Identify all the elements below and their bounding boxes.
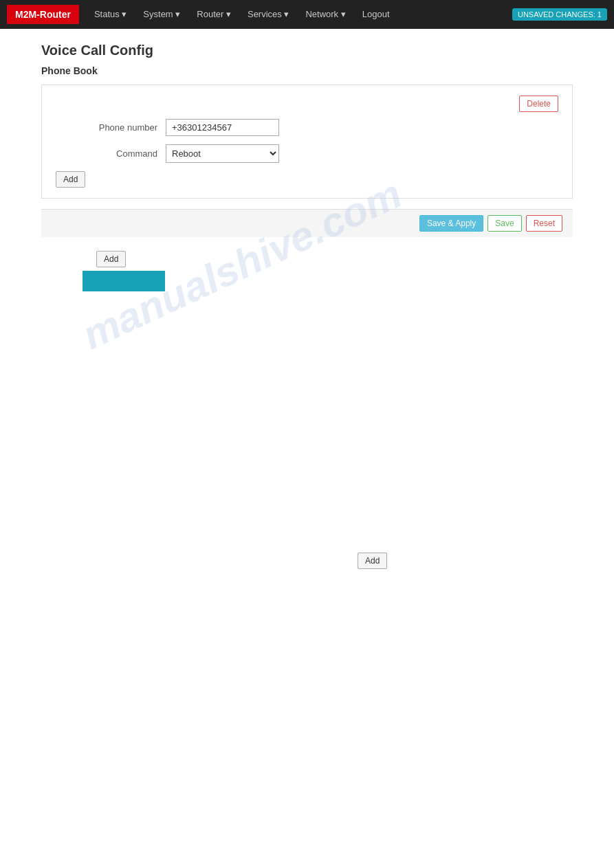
nav-services[interactable]: Services ▾ bbox=[239, 0, 297, 29]
nav-system[interactable]: System ▾ bbox=[135, 0, 188, 29]
add-btn-row: Add bbox=[56, 171, 558, 188]
nav-router[interactable]: Router ▾ bbox=[188, 0, 239, 29]
command-label: Command bbox=[56, 148, 166, 159]
phone-book-form-section: Delete Phone number Command Reboot Resta… bbox=[41, 85, 573, 199]
reset-button[interactable]: Reset bbox=[526, 215, 562, 232]
nav-status[interactable]: Status ▾ bbox=[86, 0, 135, 29]
delete-btn-row: Delete bbox=[56, 96, 558, 112]
third-add-area: Add bbox=[358, 553, 614, 569]
phone-number-label: Phone number bbox=[56, 122, 166, 133]
unsaved-changes-badge: UNSAVED CHANGES: 1 bbox=[512, 8, 607, 21]
navbar: M2M-Router Status ▾ System ▾ Router ▾ Se… bbox=[0, 0, 614, 29]
command-select[interactable]: Reboot Restart Shutdown bbox=[166, 144, 279, 163]
delete-button[interactable]: Delete bbox=[519, 96, 558, 112]
blue-bar bbox=[83, 271, 165, 291]
phone-number-row: Phone number bbox=[56, 119, 558, 136]
add-button[interactable]: Add bbox=[56, 171, 85, 188]
section-title: Phone Book bbox=[41, 65, 573, 76]
brand-logo[interactable]: M2M-Router bbox=[7, 5, 79, 24]
third-add-button[interactable]: Add bbox=[358, 553, 387, 569]
second-add-area: Add bbox=[41, 251, 573, 267]
nav-menu: Status ▾ System ▾ Router ▾ Services ▾ Ne… bbox=[86, 0, 512, 29]
second-add-button[interactable]: Add bbox=[96, 251, 126, 267]
bottom-toolbar: Save & Apply Save Reset bbox=[41, 209, 573, 237]
nav-network[interactable]: Network ▾ bbox=[297, 0, 353, 29]
main-content: Voice Call Config Phone Book Delete Phon… bbox=[0, 29, 614, 305]
save-apply-button[interactable]: Save & Apply bbox=[419, 215, 483, 232]
page-title: Voice Call Config bbox=[41, 43, 573, 58]
save-button[interactable]: Save bbox=[487, 215, 521, 232]
command-row: Command Reboot Restart Shutdown bbox=[56, 144, 558, 163]
nav-logout[interactable]: Logout bbox=[354, 0, 398, 29]
phone-number-input[interactable] bbox=[166, 119, 279, 136]
